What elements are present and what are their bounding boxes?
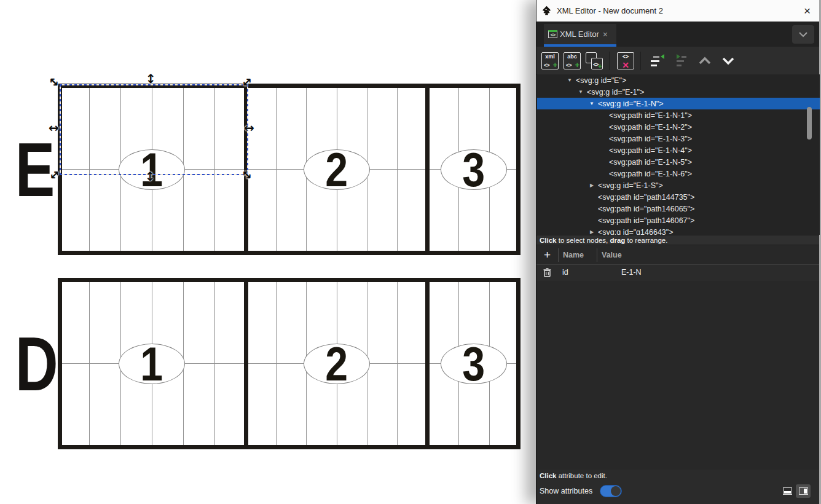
xml-tree[interactable]: ▼<svg:g id="E">▼<svg:g id="E-1">▼<svg:g … bbox=[537, 74, 820, 235]
selection-handle-e[interactable]: ↔ bbox=[244, 122, 254, 134]
section-number: 3 bbox=[463, 146, 485, 194]
attribute-value[interactable]: E-1-N bbox=[597, 268, 642, 277]
window-titlebar[interactable]: XML Editor - New document 2 × bbox=[536, 0, 819, 22]
attr-hint-bar: Click attribute to edit. bbox=[536, 470, 819, 482]
tree-node-row[interactable]: <svg:path id="path146065"> bbox=[537, 203, 820, 215]
attributes-header: + Name Value bbox=[536, 245, 819, 265]
new-text-node-button[interactable]: abc <> + bbox=[564, 52, 581, 69]
tree-node-row[interactable]: <svg:path id="E-1-N-4"> bbox=[537, 144, 820, 156]
tree-node-row[interactable]: <svg:path id="E-1-N-1"> bbox=[537, 109, 820, 121]
node-label: <svg:path id="E-1-N-4"> bbox=[609, 146, 692, 155]
attributes-panel bbox=[536, 281, 819, 470]
tab-bar: <> XML Editor × bbox=[536, 22, 819, 47]
move-node-down-button[interactable] bbox=[720, 52, 737, 69]
tree-node-row[interactable]: <svg:path id="E-1-N-5"> bbox=[537, 156, 820, 168]
label-ellipse[interactable]: 1 bbox=[119, 149, 185, 190]
delete-attribute-button[interactable] bbox=[536, 268, 558, 277]
xml-editor-tab-icon: <> bbox=[548, 30, 557, 38]
tab-label: XML Editor bbox=[560, 30, 599, 39]
window-close-button[interactable]: × bbox=[804, 5, 811, 17]
selection-handle-s[interactable]: ↔ bbox=[144, 171, 157, 182]
horizontal-split-icon bbox=[783, 487, 792, 495]
tree-node-row[interactable]: ▼<svg:g id="E"> bbox=[537, 74, 820, 86]
attr-value-header: Value bbox=[597, 251, 622, 259]
tree-node-row[interactable]: <svg:path id="E-1-N-3"> bbox=[537, 133, 820, 144]
label-ellipse[interactable]: 2 bbox=[304, 149, 370, 190]
selection-handle-w[interactable]: ↔ bbox=[49, 122, 59, 134]
attribute-name[interactable]: id bbox=[558, 268, 597, 277]
section-divider bbox=[425, 87, 430, 252]
tab-close-icon[interactable]: × bbox=[603, 30, 608, 39]
label-ellipse[interactable]: 1 bbox=[119, 344, 185, 384]
section-number: 1 bbox=[141, 146, 163, 194]
chevron-up-icon bbox=[696, 52, 713, 69]
tree-node-row[interactable]: <svg:path id="path144735"> bbox=[537, 191, 820, 203]
node-label: <svg:g id="E"> bbox=[576, 76, 626, 85]
node-label: <svg:path id="E-1-N-6"> bbox=[609, 170, 692, 178]
attribute-row[interactable]: idE-1-N bbox=[536, 264, 819, 281]
selection-edge-left bbox=[60, 84, 61, 174]
add-attribute-button[interactable]: + bbox=[536, 249, 558, 261]
node-label: <svg:g id="E-1"> bbox=[587, 88, 644, 96]
chevron-collapsed-icon[interactable]: ▶ bbox=[587, 183, 596, 188]
inkscape-logo-icon bbox=[541, 6, 552, 16]
tree-node-row[interactable]: ▶<svg:g id="g146643"> bbox=[537, 226, 820, 235]
selection-edge-top bbox=[60, 84, 247, 85]
show-attributes-toggle[interactable] bbox=[600, 485, 622, 497]
new-element-node-button[interactable]: xml <> + bbox=[541, 52, 559, 69]
tree-node-row[interactable]: ▼<svg:g id="E-1-N"> bbox=[537, 98, 820, 109]
node-label: <svg:path id="path146067"> bbox=[598, 216, 694, 225]
indent-node-button[interactable] bbox=[670, 52, 688, 69]
delete-node-button[interactable]: <> ✕ bbox=[617, 52, 634, 69]
tree-node-row[interactable]: <svg:path id="E-1-N-6"> bbox=[537, 168, 820, 179]
tab-xml-editor[interactable]: <> XML Editor × bbox=[544, 24, 616, 47]
row-letter[interactable]: D bbox=[15, 336, 49, 392]
tree-hint-bar: Click to select nodes, drag to rearrange… bbox=[536, 235, 819, 245]
toolbar-separator bbox=[609, 52, 610, 70]
node-label: <svg:path id="path144735"> bbox=[598, 193, 694, 202]
node-label: <svg:path id="E-1-N-3"> bbox=[609, 135, 692, 143]
section-divider bbox=[244, 281, 248, 446]
unindent-node-button[interactable] bbox=[648, 52, 666, 69]
layout-horizontal-button[interactable] bbox=[780, 484, 795, 498]
duplicate-node-button[interactable]: <> + bbox=[586, 52, 603, 69]
selection-handle-n[interactable]: ↔ bbox=[145, 74, 157, 84]
tree-scrollbar-thumb[interactable] bbox=[807, 107, 812, 140]
label-ellipse[interactable]: 3 bbox=[441, 344, 507, 384]
section-number: 3 bbox=[463, 340, 485, 388]
node-label: <svg:g id="E-1-N"> bbox=[598, 100, 664, 108]
xml-toolbar: xml <> + abc <> + <> + <> ✕ bbox=[536, 47, 819, 75]
node-label: <svg:path id="E-1-N-2"> bbox=[609, 123, 692, 132]
tab-overflow-button[interactable] bbox=[792, 25, 814, 44]
tree-node-row[interactable]: <svg:path id="E-1-N-2"> bbox=[537, 121, 820, 133]
node-label: <svg:path id="E-1-N-5"> bbox=[609, 158, 692, 167]
section-number: 2 bbox=[325, 340, 348, 388]
attr-name-header: Name bbox=[559, 251, 597, 259]
layout-vertical-button[interactable] bbox=[796, 484, 811, 498]
move-node-up-button[interactable] bbox=[696, 52, 713, 69]
panel-bottom-bar: Show attributes bbox=[536, 482, 819, 500]
label-ellipse[interactable]: 2 bbox=[304, 344, 370, 384]
section-divider bbox=[425, 281, 430, 446]
node-label: <svg:path id="path146065"> bbox=[598, 205, 694, 213]
tree-node-row[interactable]: ▼<svg:g id="E-1"> bbox=[537, 86, 820, 98]
node-label: <svg:g id="g146643"> bbox=[598, 228, 674, 235]
delete-x-icon: ✕ bbox=[618, 60, 634, 70]
vertical-split-icon bbox=[799, 487, 808, 495]
chevron-down-icon bbox=[798, 31, 808, 37]
section-number: 2 bbox=[325, 146, 348, 194]
label-ellipse[interactable]: 3 bbox=[441, 149, 507, 190]
chevron-expanded-icon[interactable]: ▼ bbox=[565, 77, 574, 83]
row-letter[interactable]: E bbox=[15, 141, 49, 198]
chevron-expanded-icon[interactable]: ▼ bbox=[576, 89, 585, 95]
chevron-down-icon bbox=[720, 52, 737, 69]
chevron-collapsed-icon[interactable]: ▶ bbox=[587, 229, 596, 235]
plus-icon: + bbox=[575, 60, 579, 69]
trash-icon bbox=[543, 268, 551, 277]
toolbar-separator bbox=[640, 52, 641, 70]
chevron-expanded-icon[interactable]: ▼ bbox=[587, 101, 596, 106]
tree-node-row[interactable]: ▶<svg:g id="E-1-S"> bbox=[537, 179, 820, 191]
plus-icon: + bbox=[597, 61, 602, 71]
unindent-icon bbox=[648, 52, 666, 69]
tree-node-row[interactable]: <svg:path id="path146067"> bbox=[537, 215, 820, 226]
